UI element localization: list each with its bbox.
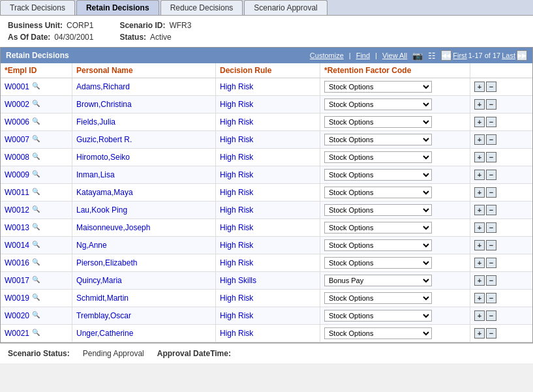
add-row-button[interactable]: +	[474, 258, 485, 268]
personal-name-link[interactable]: Pierson,Elizabeth	[76, 258, 137, 267]
customize-link[interactable]: Customize	[310, 52, 344, 59]
retention-code-select[interactable]: Stock OptionsBonus PaySpecial Assignment…	[324, 134, 432, 145]
add-row-button[interactable]: +	[474, 99, 485, 110]
personal-name-link[interactable]: Tremblay,Oscar	[76, 311, 131, 320]
retention-code-select[interactable]: Stock OptionsBonus PaySpecial Assignment…	[324, 327, 432, 339]
search-icon[interactable]: 🔍	[32, 188, 41, 197]
retention-code-select[interactable]: Stock OptionsBonus PaySpecial Assignment…	[324, 310, 432, 322]
personal-name-link[interactable]: Fields,Julia	[76, 117, 115, 127]
retention-code-select[interactable]: Stock OptionsBonus PaySpecial Assignment…	[324, 151, 432, 163]
personal-name-link[interactable]: Lau,Kook Ping	[76, 205, 127, 215]
personal-name-link[interactable]: Hiromoto,Seiko	[76, 153, 130, 162]
empl-id-link[interactable]: W0002	[5, 100, 29, 109]
add-row-button[interactable]: +	[474, 275, 485, 286]
personal-name-link[interactable]: Katayama,Maya	[76, 188, 133, 197]
remove-row-button[interactable]: −	[486, 170, 496, 180]
add-row-button[interactable]: +	[474, 310, 485, 321]
search-icon[interactable]: 🔍	[32, 276, 41, 285]
add-row-button[interactable]: +	[474, 240, 485, 250]
personal-name-link[interactable]: Maisonneuve,Joseph	[76, 223, 150, 232]
personal-name-link[interactable]: Guzic,Robert R.	[76, 135, 132, 144]
remove-row-button[interactable]: −	[486, 134, 496, 145]
add-row-button[interactable]: +	[474, 205, 485, 215]
add-row-button[interactable]: +	[474, 328, 485, 339]
tab-reduce-decisions[interactable]: Reduce Decisions	[160, 0, 243, 15]
retention-code-select[interactable]: Stock OptionsBonus PaySpecial Assignment…	[324, 292, 432, 304]
personal-name-link[interactable]: Quincy,Maria	[76, 276, 122, 285]
remove-row-button[interactable]: −	[486, 328, 496, 339]
add-row-button[interactable]: +	[474, 134, 485, 145]
empl-id-link[interactable]: W0011	[5, 188, 29, 197]
empl-id-link[interactable]: W0001	[5, 82, 29, 91]
first-label[interactable]: First	[453, 52, 466, 59]
add-row-button[interactable]: +	[474, 82, 485, 92]
search-icon[interactable]: 🔍	[32, 82, 41, 91]
empl-id-link[interactable]: W0008	[5, 153, 29, 162]
retention-code-select[interactable]: Stock OptionsBonus PaySpecial Assignment…	[324, 275, 432, 286]
add-row-button[interactable]: +	[474, 293, 485, 303]
retention-code-select[interactable]: Stock OptionsBonus PaySpecial Assignment…	[324, 239, 432, 251]
empl-id-link[interactable]: W0016	[5, 258, 29, 267]
search-icon[interactable]: 🔍	[32, 135, 41, 144]
remove-row-button[interactable]: −	[486, 310, 496, 321]
remove-row-button[interactable]: −	[486, 240, 496, 250]
remove-row-button[interactable]: −	[486, 293, 496, 303]
remove-row-button[interactable]: −	[486, 99, 496, 110]
empl-id-link[interactable]: W0021	[5, 329, 29, 338]
personal-name-link[interactable]: Brown,Christina	[76, 100, 132, 109]
remove-row-button[interactable]: −	[486, 187, 496, 198]
remove-row-button[interactable]: −	[486, 222, 496, 233]
tab-track-decisions[interactable]: Track Decisions	[0, 0, 75, 15]
search-icon[interactable]: 🔍	[32, 100, 41, 109]
find-link[interactable]: Find	[356, 52, 370, 59]
empl-id-link[interactable]: W0013	[5, 223, 29, 232]
remove-row-button[interactable]: −	[486, 152, 496, 162]
retention-code-select[interactable]: Stock OptionsBonus PaySpecial Assignment…	[324, 116, 432, 128]
empl-id-link[interactable]: W0012	[5, 205, 29, 215]
search-icon[interactable]: 🔍	[32, 205, 41, 215]
remove-row-button[interactable]: −	[486, 82, 496, 92]
search-icon[interactable]: 🔍	[32, 258, 41, 267]
empl-id-link[interactable]: W0020	[5, 311, 29, 320]
retention-code-select[interactable]: Stock OptionsBonus PaySpecial Assignment…	[324, 257, 432, 269]
first-page-button[interactable]: ◀◀	[441, 50, 451, 61]
empl-id-link[interactable]: W0017	[5, 276, 29, 285]
empl-id-link[interactable]: W0009	[5, 170, 29, 179]
empl-id-link[interactable]: W0014	[5, 241, 29, 250]
empl-id-link[interactable]: W0019	[5, 294, 29, 303]
personal-name-link[interactable]: Unger,Catherine	[76, 329, 133, 338]
retention-code-select[interactable]: Stock OptionsBonus PaySpecial Assignment…	[324, 81, 432, 93]
retention-code-select[interactable]: Stock OptionsBonus PaySpecial Assignment…	[324, 204, 432, 216]
search-icon[interactable]: 🔍	[32, 311, 41, 320]
search-icon[interactable]: 🔍	[32, 241, 41, 250]
retention-code-select[interactable]: Stock OptionsBonus PaySpecial Assignment…	[324, 169, 432, 181]
personal-name-link[interactable]: Inman,Lisa	[76, 170, 115, 179]
retention-code-select[interactable]: Stock OptionsBonus PaySpecial Assignment…	[324, 187, 432, 198]
search-icon[interactable]: 🔍	[32, 223, 41, 232]
search-icon[interactable]: 🔍	[32, 294, 41, 303]
add-row-button[interactable]: +	[474, 117, 485, 127]
add-row-button[interactable]: +	[474, 222, 485, 233]
personal-name-link[interactable]: Adams,Richard	[76, 82, 130, 91]
add-row-button[interactable]: +	[474, 170, 485, 180]
last-label[interactable]: Last	[502, 52, 515, 59]
empl-id-link[interactable]: W0006	[5, 117, 29, 127]
empl-id-link[interactable]: W0007	[5, 135, 29, 144]
remove-row-button[interactable]: −	[486, 205, 496, 215]
search-icon[interactable]: 🔍	[32, 170, 41, 179]
add-row-button[interactable]: +	[474, 187, 485, 198]
tab-scenario-approval[interactable]: Scenario Approval	[244, 0, 327, 15]
tab-retain-decisions[interactable]: Retain Decisions	[76, 0, 159, 15]
remove-row-button[interactable]: −	[486, 258, 496, 268]
personal-name-link[interactable]: Schmidt,Martin	[76, 294, 129, 303]
search-icon[interactable]: 🔍	[32, 153, 41, 162]
search-icon[interactable]: 🔍	[32, 117, 41, 127]
view-all-link[interactable]: View All	[382, 52, 407, 59]
remove-row-button[interactable]: −	[486, 117, 496, 127]
search-icon[interactable]: 🔍	[32, 329, 41, 338]
remove-row-button[interactable]: −	[486, 275, 496, 286]
retention-code-select[interactable]: Stock OptionsBonus PaySpecial Assignment…	[324, 222, 432, 234]
retention-code-select[interactable]: Stock OptionsBonus PaySpecial Assignment…	[324, 98, 432, 110]
personal-name-link[interactable]: Ng,Anne	[76, 241, 107, 250]
add-row-button[interactable]: +	[474, 152, 485, 162]
